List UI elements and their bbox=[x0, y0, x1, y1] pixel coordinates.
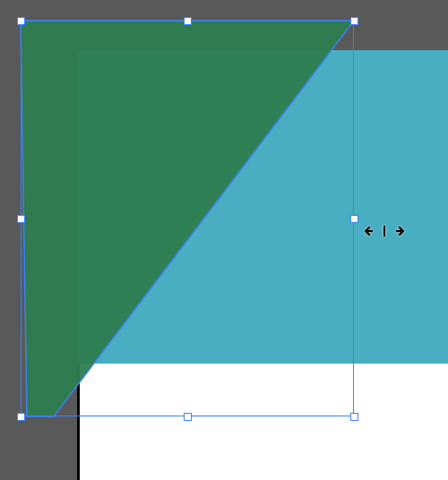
handle-nw[interactable] bbox=[17, 17, 25, 25]
handle-s[interactable] bbox=[184, 413, 192, 421]
handle-n[interactable] bbox=[184, 17, 192, 25]
resize-horizontal-icon bbox=[365, 224, 404, 238]
svg-rect-2 bbox=[383, 226, 385, 236]
handle-ne[interactable] bbox=[350, 17, 358, 25]
handle-w[interactable] bbox=[17, 215, 25, 223]
selection-bbox[interactable] bbox=[21, 21, 354, 416]
handle-sw[interactable] bbox=[17, 413, 25, 421]
handle-e[interactable] bbox=[350, 215, 358, 223]
canvas-stage[interactable] bbox=[0, 0, 448, 480]
handle-se[interactable] bbox=[350, 413, 358, 421]
